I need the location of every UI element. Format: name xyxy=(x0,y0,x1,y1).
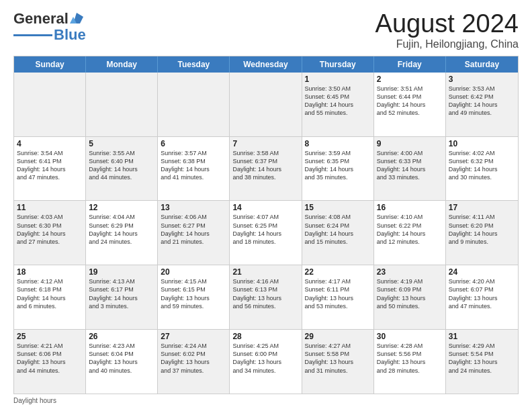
day-number: 11 xyxy=(17,203,83,212)
logo-general-text: General xyxy=(13,10,69,28)
day-number: 30 xyxy=(377,332,443,341)
calendar-cell: 11Sunrise: 4:03 AM Sunset: 6:30 PM Dayli… xyxy=(14,201,86,265)
day-info: Sunrise: 4:13 AM Sunset: 6:17 PM Dayligh… xyxy=(89,277,154,310)
weekday-header: Monday xyxy=(86,56,158,73)
day-info: Sunrise: 4:27 AM Sunset: 5:58 PM Dayligh… xyxy=(305,342,371,375)
calendar-row: 1Sunrise: 3:50 AM Sunset: 6:45 PM Daylig… xyxy=(14,73,518,137)
calendar-cell: 3Sunrise: 3:53 AM Sunset: 6:42 PM Daylig… xyxy=(446,73,518,136)
day-info: Sunrise: 4:17 AM Sunset: 6:11 PM Dayligh… xyxy=(305,277,371,310)
calendar-cell: 23Sunrise: 4:19 AM Sunset: 6:09 PM Dayli… xyxy=(374,265,446,329)
day-info: Sunrise: 3:57 AM Sunset: 6:38 PM Dayligh… xyxy=(161,149,226,182)
calendar: SundayMondayTuesdayWednesdayThursdayFrid… xyxy=(13,56,519,394)
day-number: 10 xyxy=(449,139,515,148)
logo: General Blue xyxy=(13,10,86,44)
calendar-cell: 9Sunrise: 4:00 AM Sunset: 6:33 PM Daylig… xyxy=(374,137,446,201)
calendar-cell: 6Sunrise: 3:57 AM Sunset: 6:38 PM Daylig… xyxy=(158,137,230,201)
day-number: 1 xyxy=(305,75,371,84)
calendar-cell: 20Sunrise: 4:15 AM Sunset: 6:15 PM Dayli… xyxy=(158,265,230,329)
day-info: Sunrise: 4:28 AM Sunset: 5:56 PM Dayligh… xyxy=(377,342,443,375)
day-info: Sunrise: 4:12 AM Sunset: 6:18 PM Dayligh… xyxy=(17,277,83,310)
day-number: 12 xyxy=(89,203,154,212)
day-number: 16 xyxy=(377,203,443,212)
day-info: Sunrise: 4:02 AM Sunset: 6:32 PM Dayligh… xyxy=(449,149,515,182)
day-info: Sunrise: 3:59 AM Sunset: 6:35 PM Dayligh… xyxy=(305,149,371,182)
day-info: Sunrise: 4:20 AM Sunset: 6:07 PM Dayligh… xyxy=(449,277,515,310)
calendar-row: 4Sunrise: 3:54 AM Sunset: 6:41 PM Daylig… xyxy=(14,137,518,201)
day-info: Sunrise: 4:24 AM Sunset: 6:02 PM Dayligh… xyxy=(161,342,226,375)
day-info: Sunrise: 3:50 AM Sunset: 6:45 PM Dayligh… xyxy=(305,85,371,118)
calendar-row: 18Sunrise: 4:12 AM Sunset: 6:18 PM Dayli… xyxy=(14,265,518,330)
day-number: 29 xyxy=(305,332,371,341)
day-number: 7 xyxy=(232,139,298,148)
day-number: 31 xyxy=(449,332,515,341)
calendar-cell xyxy=(158,73,230,136)
day-number: 28 xyxy=(232,332,298,341)
calendar-cell: 18Sunrise: 4:12 AM Sunset: 6:18 PM Dayli… xyxy=(14,265,86,329)
calendar-row: 11Sunrise: 4:03 AM Sunset: 6:30 PM Dayli… xyxy=(14,201,518,265)
day-number: 4 xyxy=(17,139,83,148)
day-info: Sunrise: 4:11 AM Sunset: 6:20 PM Dayligh… xyxy=(449,213,515,246)
day-info: Sunrise: 4:06 AM Sunset: 6:27 PM Dayligh… xyxy=(161,213,226,246)
calendar-cell xyxy=(230,73,302,136)
footer: Daylight hours xyxy=(13,397,519,404)
calendar-cell: 21Sunrise: 4:16 AM Sunset: 6:13 PM Dayli… xyxy=(230,265,302,329)
day-number: 15 xyxy=(305,203,371,212)
day-info: Sunrise: 4:15 AM Sunset: 6:15 PM Dayligh… xyxy=(161,277,226,310)
day-info: Sunrise: 3:54 AM Sunset: 6:41 PM Dayligh… xyxy=(17,149,83,182)
day-number: 8 xyxy=(305,139,371,148)
calendar-cell: 12Sunrise: 4:04 AM Sunset: 6:29 PM Dayli… xyxy=(86,201,158,265)
day-number: 20 xyxy=(161,267,226,277)
logo-blue-text: Blue xyxy=(54,26,86,44)
calendar-cell: 4Sunrise: 3:54 AM Sunset: 6:41 PM Daylig… xyxy=(14,137,86,201)
weekday-header: Tuesday xyxy=(158,56,230,73)
calendar-cell: 30Sunrise: 4:28 AM Sunset: 5:56 PM Dayli… xyxy=(374,330,446,394)
day-number: 3 xyxy=(449,75,515,84)
day-number: 6 xyxy=(161,139,226,148)
calendar-cell: 31Sunrise: 4:29 AM Sunset: 5:54 PM Dayli… xyxy=(446,330,518,394)
weekday-header: Sunday xyxy=(14,56,86,73)
calendar-cell: 15Sunrise: 4:08 AM Sunset: 6:24 PM Dayli… xyxy=(302,201,374,265)
day-info: Sunrise: 4:08 AM Sunset: 6:24 PM Dayligh… xyxy=(305,213,371,246)
day-info: Sunrise: 3:53 AM Sunset: 6:42 PM Dayligh… xyxy=(449,85,515,118)
day-info: Sunrise: 4:23 AM Sunset: 6:04 PM Dayligh… xyxy=(89,342,154,375)
logo-triangle-icon xyxy=(69,11,84,26)
day-number: 17 xyxy=(449,203,515,212)
weekday-header: Saturday xyxy=(446,56,518,73)
calendar-cell: 17Sunrise: 4:11 AM Sunset: 6:20 PM Dayli… xyxy=(446,201,518,265)
day-number: 9 xyxy=(377,139,443,148)
header: General Blue August 2024 Fujin, Heilongj… xyxy=(13,10,519,50)
day-info: Sunrise: 4:10 AM Sunset: 6:22 PM Dayligh… xyxy=(377,213,443,246)
day-info: Sunrise: 4:19 AM Sunset: 6:09 PM Dayligh… xyxy=(377,277,443,310)
calendar-cell: 8Sunrise: 3:59 AM Sunset: 6:35 PM Daylig… xyxy=(302,137,374,201)
calendar-cell: 19Sunrise: 4:13 AM Sunset: 6:17 PM Dayli… xyxy=(86,265,158,329)
day-number: 2 xyxy=(377,75,443,84)
calendar-cell xyxy=(14,73,86,136)
calendar-cell: 5Sunrise: 3:55 AM Sunset: 6:40 PM Daylig… xyxy=(86,137,158,201)
calendar-row: 25Sunrise: 4:21 AM Sunset: 6:06 PM Dayli… xyxy=(14,330,518,394)
title-block: August 2024 Fujin, Heilongjiang, China xyxy=(375,10,519,50)
weekday-header: Thursday xyxy=(302,56,374,73)
calendar-header: SundayMondayTuesdayWednesdayThursdayFrid… xyxy=(14,56,518,73)
weekday-header: Wednesday xyxy=(230,56,302,73)
day-info: Sunrise: 3:51 AM Sunset: 6:44 PM Dayligh… xyxy=(377,85,443,118)
calendar-cell: 27Sunrise: 4:24 AM Sunset: 6:02 PM Dayli… xyxy=(158,330,230,394)
calendar-cell: 10Sunrise: 4:02 AM Sunset: 6:32 PM Dayli… xyxy=(446,137,518,201)
page: General Blue August 2024 Fujin, Heilongj… xyxy=(0,0,532,411)
calendar-cell: 14Sunrise: 4:07 AM Sunset: 6:25 PM Dayli… xyxy=(230,201,302,265)
day-number: 21 xyxy=(232,267,298,277)
day-number: 23 xyxy=(377,267,443,277)
day-info: Sunrise: 4:00 AM Sunset: 6:33 PM Dayligh… xyxy=(377,149,443,182)
day-number: 14 xyxy=(232,203,298,212)
calendar-cell: 28Sunrise: 4:25 AM Sunset: 6:00 PM Dayli… xyxy=(230,330,302,394)
day-info: Sunrise: 3:55 AM Sunset: 6:40 PM Dayligh… xyxy=(89,149,154,182)
day-info: Sunrise: 4:07 AM Sunset: 6:25 PM Dayligh… xyxy=(232,213,298,246)
weekday-header: Friday xyxy=(374,56,446,73)
daylight-label: Daylight hours xyxy=(13,397,56,404)
day-number: 5 xyxy=(89,139,154,148)
day-number: 24 xyxy=(449,267,515,277)
calendar-cell xyxy=(86,73,158,136)
day-info: Sunrise: 4:03 AM Sunset: 6:30 PM Dayligh… xyxy=(17,213,83,246)
page-title: August 2024 xyxy=(375,10,519,38)
calendar-cell: 26Sunrise: 4:23 AM Sunset: 6:04 PM Dayli… xyxy=(86,330,158,394)
day-info: Sunrise: 3:58 AM Sunset: 6:37 PM Dayligh… xyxy=(232,149,298,182)
